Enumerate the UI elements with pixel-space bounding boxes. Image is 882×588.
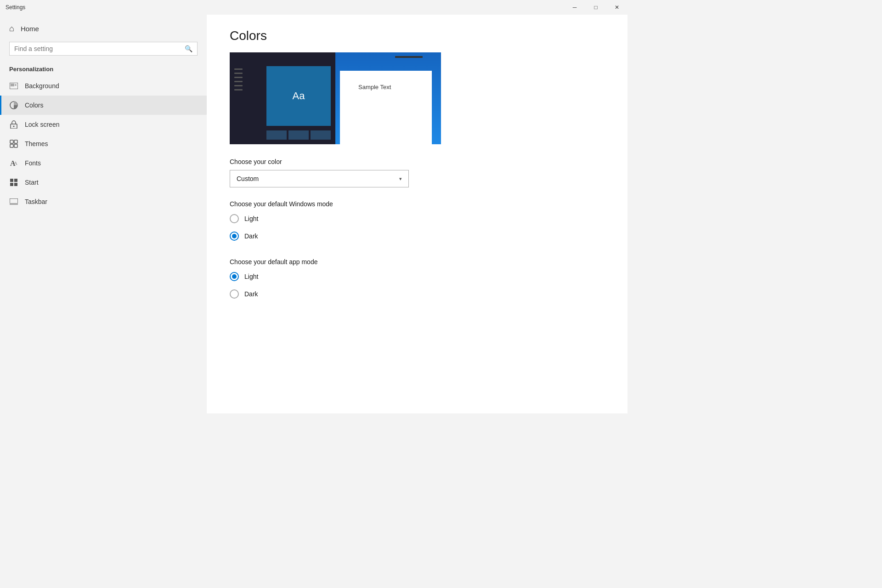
sidebar-item-taskbar[interactable]: Taskbar — [0, 192, 207, 211]
preview-aa-text: Aa — [293, 90, 305, 102]
windows-mode-title: Choose your default Windows mode — [230, 200, 605, 208]
color-selector-label: Choose your color — [230, 158, 605, 165]
windows-mode-light-label: Light — [244, 215, 258, 222]
preview-sidebar — [234, 68, 243, 90]
colors-icon — [9, 101, 18, 110]
sidebar-item-fonts[interactable]: A A Fonts — [0, 153, 207, 173]
search-input[interactable] — [14, 45, 185, 52]
app-mode-light-option[interactable]: Light — [230, 272, 605, 281]
window-controls: ─ □ ✕ — [564, 0, 628, 15]
preview-blue-panel: Sample Text — [335, 52, 441, 144]
section-title: Personalization — [0, 63, 207, 76]
color-dropdown[interactable]: Custom ▾ — [230, 170, 409, 187]
preview-line-1 — [234, 68, 243, 70]
home-icon: ⌂ — [9, 24, 14, 34]
taskbar-label: Taskbar — [25, 198, 47, 205]
lockscreen-label: Lock screen — [25, 121, 59, 128]
preview-line-3 — [234, 77, 243, 78]
preview-line-6 — [234, 89, 243, 90]
preview-topbar — [395, 56, 423, 58]
sidebar-item-themes[interactable]: Themes — [0, 134, 207, 153]
search-icon: 🔍 — [185, 45, 192, 52]
windows-mode-light-radio[interactable] — [230, 214, 239, 223]
close-button[interactable]: ✕ — [606, 0, 628, 15]
svg-rect-16 — [14, 183, 17, 186]
preview-sample-text: Sample Text — [358, 84, 391, 90]
background-icon — [9, 81, 18, 90]
windows-mode-dark-option[interactable]: Dark — [230, 232, 605, 241]
svg-rect-15 — [10, 183, 13, 186]
app-mode-light-label: Light — [244, 273, 258, 280]
color-dropdown-value: Custom — [237, 175, 259, 182]
app-mode-dark-label: Dark — [244, 290, 258, 298]
svg-rect-1 — [11, 84, 14, 86]
svg-rect-13 — [10, 179, 13, 182]
svg-rect-9 — [10, 144, 13, 147]
sidebar-item-colors[interactable]: Colors — [0, 96, 207, 115]
preview-line-2 — [234, 73, 243, 74]
colors-label: Colors — [25, 102, 43, 109]
minimize-button[interactable]: ─ — [564, 0, 585, 15]
sidebar-item-background[interactable]: Background — [0, 76, 207, 96]
color-preview: Aa Sample Text — [230, 52, 441, 144]
preview-window: Sample Text — [340, 71, 432, 144]
app-title: Settings — [6, 4, 25, 11]
maximize-button[interactable]: □ — [585, 0, 606, 15]
sidebar-item-home[interactable]: ⌂ Home — [0, 19, 207, 38]
title-bar: Settings ─ □ ✕ — [0, 0, 628, 15]
svg-rect-18 — [10, 203, 18, 205]
start-icon — [9, 178, 18, 187]
windows-mode-dark-label: Dark — [244, 232, 258, 240]
fonts-icon: A A — [9, 158, 18, 168]
svg-text:A: A — [14, 160, 17, 166]
lockscreen-icon — [9, 120, 18, 129]
taskbar-icon — [9, 197, 18, 206]
svg-rect-10 — [14, 144, 17, 147]
preview-aa-tile: Aa — [266, 66, 331, 126]
svg-point-6 — [13, 126, 15, 127]
preview-line-5 — [234, 85, 243, 86]
preview-small-tiles — [266, 130, 331, 140]
search-box: 🔍 — [9, 42, 198, 56]
sidebar-item-lockscreen[interactable]: Lock screen — [0, 115, 207, 134]
app-mode-light-radio[interactable] — [230, 272, 239, 281]
app-mode-dark-radio[interactable] — [230, 289, 239, 299]
svg-point-2 — [15, 84, 17, 86]
page-title: Colors — [230, 28, 605, 43]
sidebar-item-start[interactable]: Start — [0, 173, 207, 192]
preview-tile-1 — [266, 130, 287, 140]
app-mode-dark-option[interactable]: Dark — [230, 289, 605, 299]
windows-mode-light-option[interactable]: Light — [230, 214, 605, 223]
svg-rect-7 — [10, 140, 13, 143]
content-area: Colors Aa — [207, 15, 628, 413]
themes-label: Themes — [25, 140, 48, 147]
app-body: ⌂ Home 🔍 Personalization Background — [0, 15, 628, 413]
fonts-label: Fonts — [25, 159, 41, 167]
svg-rect-14 — [14, 179, 17, 182]
app-mode-title: Choose your default app mode — [230, 258, 605, 266]
svg-rect-8 — [14, 140, 17, 143]
preview-line-4 — [234, 81, 243, 82]
preview-tile-2 — [288, 130, 309, 140]
themes-icon — [9, 139, 18, 148]
home-label: Home — [21, 25, 39, 33]
background-label: Background — [25, 82, 59, 90]
preview-dark-panel: Aa — [230, 52, 335, 144]
start-label: Start — [25, 179, 39, 186]
windows-mode-dark-radio[interactable] — [230, 232, 239, 241]
preview-tile-3 — [311, 130, 331, 140]
dropdown-arrow-icon: ▾ — [399, 176, 402, 182]
sidebar: ⌂ Home 🔍 Personalization Background — [0, 15, 207, 413]
